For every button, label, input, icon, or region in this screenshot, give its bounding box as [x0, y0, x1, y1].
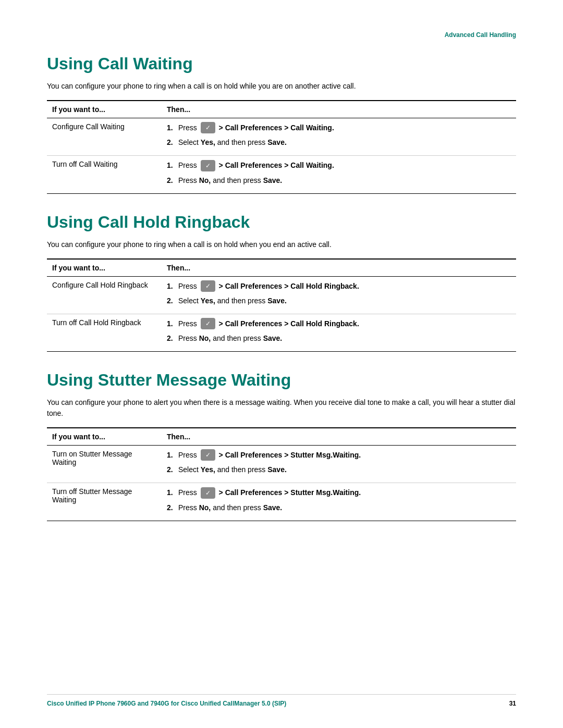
settings-icon — [201, 449, 215, 461]
step-item: 1. Press > Call Preferences > Stutter Ms… — [167, 487, 511, 499]
row-if-label: Configure Call Waiting — [47, 118, 162, 156]
step-item: 1. Press > Call Preferences > Call Waiti… — [167, 160, 511, 171]
step-item: 1. Press > Call Preferences > Stutter Ms… — [167, 450, 511, 461]
settings-icon — [201, 122, 215, 133]
header-label: Advanced Call Handling — [47, 31, 516, 39]
section-call-waiting: Using Call Waiting You can configure you… — [47, 54, 516, 194]
row-if-label: Turn off Call Waiting — [47, 156, 162, 193]
section-intro-call-waiting: You can configure your phone to ring whe… — [47, 81, 516, 92]
section-title-call-waiting: Using Call Waiting — [47, 54, 516, 73]
section-intro-stutter-message-waiting: You can configure your phone to alert yo… — [47, 397, 516, 419]
row-then-content: 1. Press > Call Preferences > Call Waiti… — [162, 118, 516, 156]
table-row: Turn off Call Waiting 1. Press > Call Pr… — [47, 156, 516, 193]
row-then-content: 1. Press > Call Preferences > Stutter Ms… — [162, 446, 516, 483]
row-then-content: 1. Press > Call Preferences > Call Hold … — [162, 276, 516, 314]
row-then-content: 1. Press > Call Preferences > Call Waiti… — [162, 156, 516, 193]
col-header-if-1: If you want to... — [47, 101, 162, 118]
section-title-call-hold-ringback: Using Call Hold Ringback — [47, 213, 516, 232]
settings-icon — [201, 160, 215, 171]
settings-icon — [201, 280, 215, 292]
footer-left-text: Cisco Unified IP Phone 7960G and 7940G f… — [47, 700, 286, 707]
footer: Cisco Unified IP Phone 7960G and 7940G f… — [47, 694, 516, 707]
row-if-label: Turn off Call Hold Ringback — [47, 314, 162, 351]
table-row: Configure Call Hold Ringback 1. Press > … — [47, 276, 516, 314]
header-label-text: Advanced Call Handling — [445, 31, 516, 39]
step-item: 2. Select Yes, and then press Save. — [167, 295, 511, 306]
row-then-content: 1. Press > Call Preferences > Call Hold … — [162, 314, 516, 351]
table-call-waiting: If you want to... Then... Configure Call… — [47, 100, 516, 194]
footer-page-number: 31 — [509, 700, 516, 707]
col-header-if-2: If you want to... — [47, 259, 162, 277]
section-title-stutter-message-waiting: Using Stutter Message Waiting — [47, 371, 516, 390]
table-row: Configure Call Waiting 1. Press > Call P… — [47, 118, 516, 156]
settings-icon — [201, 318, 215, 329]
step-item: 2. Press No, and then press Save. — [167, 333, 511, 344]
row-if-label: Turn on Stutter Message Waiting — [47, 446, 162, 483]
table-row: Turn on Stutter Message Waiting 1. Press… — [47, 446, 516, 483]
step-item: 2. Press No, and then press Save. — [167, 502, 511, 513]
section-call-hold-ringback: Using Call Hold Ringback You can configu… — [47, 213, 516, 352]
row-if-label: Turn off Stutter Message Waiting — [47, 483, 162, 521]
col-header-then-1: Then... — [162, 101, 516, 118]
col-header-if-3: If you want to... — [47, 428, 162, 446]
col-header-then-3: Then... — [162, 428, 516, 446]
table-call-hold-ringback: If you want to... Then... Configure Call… — [47, 258, 516, 352]
step-item: 1. Press > Call Preferences > Call Waiti… — [167, 122, 511, 134]
step-item: 1. Press > Call Preferences > Call Hold … — [167, 318, 511, 330]
page: Advanced Call Handling Using Call Waitin… — [0, 0, 563, 728]
row-if-label: Configure Call Hold Ringback — [47, 276, 162, 314]
row-then-content: 1. Press > Call Preferences > Stutter Ms… — [162, 483, 516, 521]
col-header-then-2: Then... — [162, 259, 516, 277]
section-stutter-message-waiting: Using Stutter Message Waiting You can co… — [47, 371, 516, 521]
table-stutter-message-waiting: If you want to... Then... Turn on Stutte… — [47, 427, 516, 521]
step-item: 1. Press > Call Preferences > Call Hold … — [167, 281, 511, 292]
table-row: Turn off Call Hold Ringback 1. Press > C… — [47, 314, 516, 351]
section-intro-call-hold-ringback: You can configure your phone to ring whe… — [47, 239, 516, 250]
step-item: 2. Select Yes, and then press Save. — [167, 137, 511, 148]
step-item: 2. Press No, and then press Save. — [167, 175, 511, 186]
table-row: Turn off Stutter Message Waiting 1. Pres… — [47, 483, 516, 521]
step-item: 2. Select Yes, and then press Save. — [167, 464, 511, 475]
settings-icon — [201, 487, 215, 499]
